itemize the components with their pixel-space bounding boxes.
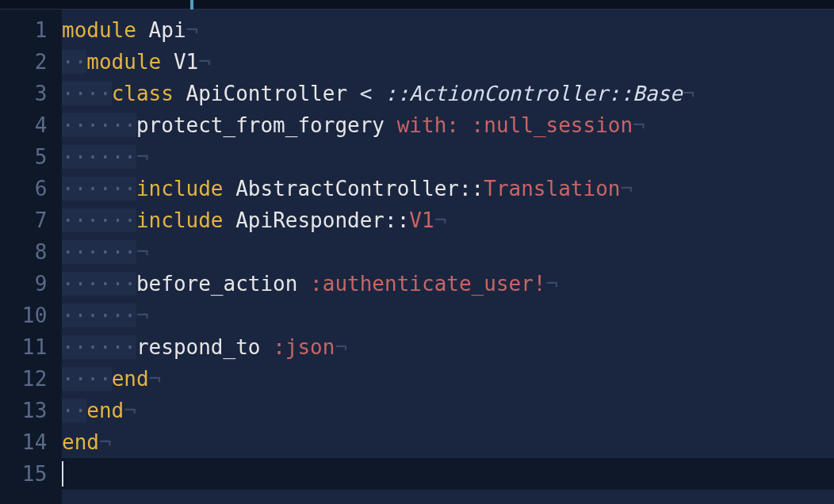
eol-marker: ¬ [136,145,149,169]
code-line[interactable]: end¬ [62,426,834,458]
indent: ······ [62,304,136,327]
code-line[interactable]: ··end¬ [62,395,834,426]
method-call: before_action [136,272,310,296]
indent: ·· [62,50,86,74]
code-line[interactable]: ····end¬ [62,363,834,395]
base-class: ::ActionController::Base [384,82,683,105]
code-line[interactable]: ······respond_to :json¬ [62,331,834,363]
line-number: 4 [0,109,48,141]
indent: ······ [62,113,136,137]
code-line[interactable]: ····class ApiController < ::ActionContro… [62,78,834,109]
line-number: 15 [0,458,48,490]
indent: ···· [62,367,112,391]
code-line[interactable]: ······include ApiResponder::V1¬ [62,204,834,236]
line-number: 9 [0,268,48,300]
code-line[interactable]: ······¬ [62,236,834,268]
line-number: 1 [0,14,48,46]
symbol: :json [273,335,335,359]
keyword: module [62,18,136,42]
constant: ApiResponder:: [235,208,409,232]
indent: ······ [62,240,136,264]
text-cursor [62,461,63,487]
code-area[interactable]: module Api¬ ··module V1¬ ····class ApiCo… [62,10,834,504]
line-number: 14 [0,426,48,458]
operator: < [360,82,384,105]
symbol: :authenticate_user! [310,272,545,296]
eol-marker: ¬ [633,113,645,137]
eol-marker: ¬ [335,335,347,359]
line-number: 5 [0,141,48,173]
constant: ApiController [174,82,360,105]
code-editor[interactable]: 1 2 3 4 5 6 7 8 9 10 11 12 13 14 15 modu… [0,10,834,504]
code-line[interactable]: ······¬ [62,141,834,173]
line-number: 10 [0,300,48,331]
keyword: end [62,430,99,454]
line-number: 12 [0,363,48,395]
code-line[interactable]: ··module V1¬ [62,46,834,78]
code-line[interactable]: ······before_action :authenticate_user!¬ [62,268,834,300]
active-tab-indicator [190,0,193,10]
line-number: 6 [0,173,48,204]
eol-marker: ¬ [136,240,149,264]
indent: ······ [62,177,136,200]
constant-tail: Translation [484,177,620,200]
method-call: protect_from_forgery [136,113,397,137]
eol-marker: ¬ [434,208,447,232]
eol-marker: ¬ [198,50,211,74]
eol-marker: ¬ [546,272,559,296]
eol-marker: ¬ [124,399,136,422]
line-number: 13 [0,395,48,426]
code-line[interactable]: ······include AbstractController::Transl… [62,173,834,204]
indent: ···· [62,82,112,105]
keyword: end [112,367,149,391]
constant: AbstractController:: [235,177,484,200]
line-number-gutter: 1 2 3 4 5 6 7 8 9 10 11 12 13 14 15 [0,10,62,504]
line-number: 2 [0,46,48,78]
symbol: :null_session [472,113,633,137]
symbol-key: with: [397,113,459,137]
method-call: respond_to [136,335,273,359]
line-number: 11 [0,331,48,363]
line-number: 3 [0,78,48,109]
eol-marker: ¬ [683,82,695,105]
tab-bar[interactable] [0,0,834,10]
keyword: module [86,50,161,74]
eol-marker: ¬ [620,177,633,200]
eol-marker: ¬ [136,304,149,327]
keyword: end [86,399,124,422]
code-line-cursor[interactable] [62,458,834,490]
indent: ······ [62,208,136,232]
code-line[interactable]: ······¬ [62,300,834,331]
eol-marker: ¬ [149,367,162,391]
constant: Api [136,18,186,42]
keyword: include [136,208,224,232]
code-line[interactable]: ······protect_from_forgery with: :null_s… [62,109,834,141]
indent: ······ [62,335,136,359]
indent: ·· [62,399,86,422]
constant-tail: V1 [409,208,434,232]
code-line[interactable]: module Api¬ [62,14,834,46]
eol-marker: ¬ [99,430,112,454]
line-number: 8 [0,236,48,268]
indent: ······ [62,145,136,169]
line-number: 7 [0,204,48,236]
eol-marker: ¬ [186,18,199,42]
indent: ······ [62,272,136,296]
constant: V1 [161,50,198,74]
keyword: include [136,177,224,200]
keyword: class [112,82,174,105]
